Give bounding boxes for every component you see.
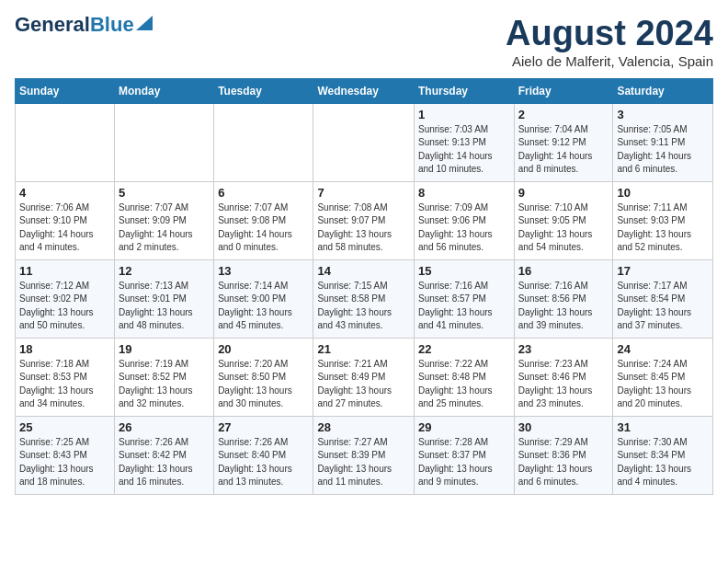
day-info: Sunrise: 7:19 AM Sunset: 8:52 PM Dayligh… [119, 358, 210, 411]
calendar-cell: 4Sunrise: 7:06 AM Sunset: 9:10 PM Daylig… [16, 181, 115, 259]
day-info: Sunrise: 7:20 AM Sunset: 8:50 PM Dayligh… [218, 358, 309, 411]
day-info: Sunrise: 7:27 AM Sunset: 8:39 PM Dayligh… [317, 436, 410, 489]
day-number: 29 [418, 420, 510, 434]
day-header-monday: Monday [115, 78, 214, 103]
day-info: Sunrise: 7:16 AM Sunset: 8:57 PM Dayligh… [418, 280, 510, 333]
day-number: 30 [518, 420, 609, 434]
calendar-cell: 18Sunrise: 7:18 AM Sunset: 8:53 PM Dayli… [16, 338, 115, 416]
calendar-cell: 25Sunrise: 7:25 AM Sunset: 8:43 PM Dayli… [16, 416, 115, 494]
day-header-row: SundayMondayTuesdayWednesdayThursdayFrid… [16, 78, 713, 103]
day-number: 20 [218, 342, 309, 356]
day-number: 2 [518, 108, 609, 121]
day-info: Sunrise: 7:26 AM Sunset: 8:42 PM Dayligh… [119, 436, 210, 489]
day-header-wednesday: Wednesday [313, 78, 415, 103]
day-info: Sunrise: 7:11 AM Sunset: 9:03 PM Dayligh… [617, 201, 709, 255]
calendar-cell: 3Sunrise: 7:05 AM Sunset: 9:11 PM Daylig… [613, 103, 713, 181]
day-info: Sunrise: 7:25 AM Sunset: 8:43 PM Dayligh… [19, 436, 110, 489]
day-info: Sunrise: 7:09 AM Sunset: 9:06 PM Dayligh… [418, 201, 510, 255]
day-number: 19 [119, 342, 210, 356]
day-number: 23 [518, 342, 609, 356]
day-number: 26 [119, 420, 210, 434]
day-number: 14 [317, 264, 410, 278]
calendar-cell: 1Sunrise: 7:03 AM Sunset: 9:13 PM Daylig… [414, 103, 514, 181]
calendar-cell: 16Sunrise: 7:16 AM Sunset: 8:56 PM Dayli… [514, 259, 613, 338]
day-number: 10 [617, 186, 709, 200]
calendar-cell: 22Sunrise: 7:22 AM Sunset: 8:48 PM Dayli… [414, 338, 514, 416]
month-year-title: August 2024 [506, 15, 713, 53]
logo-text: GeneralBlue [15, 15, 134, 35]
day-info: Sunrise: 7:03 AM Sunset: 9:13 PM Dayligh… [418, 123, 510, 177]
day-header-sunday: Sunday [16, 78, 115, 103]
day-info: Sunrise: 7:24 AM Sunset: 8:45 PM Dayligh… [617, 358, 709, 411]
day-info: Sunrise: 7:12 AM Sunset: 9:02 PM Dayligh… [19, 280, 110, 333]
page-header: GeneralBlue August 2024 Aielo de Malferi… [15, 15, 713, 69]
day-number: 7 [317, 186, 410, 200]
calendar-cell: 14Sunrise: 7:15 AM Sunset: 8:58 PM Dayli… [313, 259, 415, 338]
title-area: August 2024 Aielo de Malferit, Valencia,… [506, 15, 713, 69]
calendar-cell: 30Sunrise: 7:29 AM Sunset: 8:36 PM Dayli… [514, 416, 613, 494]
day-number: 17 [617, 264, 709, 278]
calendar-cell: 23Sunrise: 7:23 AM Sunset: 8:46 PM Dayli… [514, 338, 613, 416]
day-header-thursday: Thursday [414, 78, 514, 103]
day-info: Sunrise: 7:13 AM Sunset: 9:01 PM Dayligh… [119, 280, 210, 333]
week-row-2: 4Sunrise: 7:06 AM Sunset: 9:10 PM Daylig… [16, 181, 713, 259]
calendar-cell: 10Sunrise: 7:11 AM Sunset: 9:03 PM Dayli… [613, 181, 713, 259]
day-number: 8 [418, 186, 510, 200]
day-number: 24 [617, 342, 709, 356]
calendar-cell: 9Sunrise: 7:10 AM Sunset: 9:05 PM Daylig… [514, 181, 613, 259]
calendar-cell: 26Sunrise: 7:26 AM Sunset: 8:42 PM Dayli… [115, 416, 214, 494]
day-number: 28 [317, 420, 410, 434]
day-number: 25 [19, 420, 110, 434]
calendar-cell: 6Sunrise: 7:07 AM Sunset: 9:08 PM Daylig… [214, 181, 313, 259]
week-row-4: 18Sunrise: 7:18 AM Sunset: 8:53 PM Dayli… [16, 338, 713, 416]
day-info: Sunrise: 7:23 AM Sunset: 8:46 PM Dayligh… [518, 358, 609, 411]
calendar-cell: 11Sunrise: 7:12 AM Sunset: 9:02 PM Dayli… [16, 259, 115, 338]
day-info: Sunrise: 7:15 AM Sunset: 8:58 PM Dayligh… [317, 280, 410, 333]
day-info: Sunrise: 7:04 AM Sunset: 9:12 PM Dayligh… [518, 123, 609, 177]
calendar-cell: 31Sunrise: 7:30 AM Sunset: 8:34 PM Dayli… [613, 416, 713, 494]
day-info: Sunrise: 7:14 AM Sunset: 9:00 PM Dayligh… [218, 280, 309, 333]
day-number: 22 [418, 342, 510, 356]
day-number: 15 [418, 264, 510, 278]
week-row-3: 11Sunrise: 7:12 AM Sunset: 9:02 PM Dayli… [16, 259, 713, 338]
day-info: Sunrise: 7:16 AM Sunset: 8:56 PM Dayligh… [518, 280, 609, 333]
day-header-saturday: Saturday [613, 78, 713, 103]
day-info: Sunrise: 7:08 AM Sunset: 9:07 PM Dayligh… [317, 201, 410, 255]
day-number: 11 [19, 264, 110, 278]
calendar-table: SundayMondayTuesdayWednesdayThursdayFrid… [15, 78, 713, 495]
day-info: Sunrise: 7:18 AM Sunset: 8:53 PM Dayligh… [19, 358, 110, 411]
day-number: 9 [518, 186, 609, 200]
calendar-cell: 27Sunrise: 7:26 AM Sunset: 8:40 PM Dayli… [214, 416, 313, 494]
location-subtitle: Aielo de Malferit, Valencia, Spain [506, 53, 713, 69]
day-number: 1 [418, 108, 510, 121]
calendar-cell: 13Sunrise: 7:14 AM Sunset: 9:00 PM Dayli… [214, 259, 313, 338]
calendar-cell: 24Sunrise: 7:24 AM Sunset: 8:45 PM Dayli… [613, 338, 713, 416]
day-info: Sunrise: 7:26 AM Sunset: 8:40 PM Dayligh… [218, 436, 309, 489]
day-info: Sunrise: 7:22 AM Sunset: 8:48 PM Dayligh… [418, 358, 510, 411]
svg-marker-0 [136, 16, 153, 30]
day-number: 13 [218, 264, 309, 278]
calendar-cell [214, 103, 313, 181]
day-info: Sunrise: 7:07 AM Sunset: 9:08 PM Dayligh… [218, 201, 309, 255]
calendar-cell: 8Sunrise: 7:09 AM Sunset: 9:06 PM Daylig… [414, 181, 514, 259]
day-info: Sunrise: 7:10 AM Sunset: 9:05 PM Dayligh… [518, 201, 609, 255]
calendar-cell: 29Sunrise: 7:28 AM Sunset: 8:37 PM Dayli… [414, 416, 514, 494]
calendar-cell: 5Sunrise: 7:07 AM Sunset: 9:09 PM Daylig… [115, 181, 214, 259]
calendar-cell: 15Sunrise: 7:16 AM Sunset: 8:57 PM Dayli… [414, 259, 514, 338]
day-info: Sunrise: 7:05 AM Sunset: 9:11 PM Dayligh… [617, 123, 709, 177]
day-info: Sunrise: 7:21 AM Sunset: 8:49 PM Dayligh… [317, 358, 410, 411]
calendar-cell: 19Sunrise: 7:19 AM Sunset: 8:52 PM Dayli… [115, 338, 214, 416]
day-number: 16 [518, 264, 609, 278]
day-info: Sunrise: 7:17 AM Sunset: 8:54 PM Dayligh… [617, 280, 709, 333]
day-info: Sunrise: 7:30 AM Sunset: 8:34 PM Dayligh… [617, 436, 709, 489]
calendar-cell: 17Sunrise: 7:17 AM Sunset: 8:54 PM Dayli… [613, 259, 713, 338]
day-header-friday: Friday [514, 78, 613, 103]
calendar-cell [313, 103, 415, 181]
calendar-cell: 21Sunrise: 7:21 AM Sunset: 8:49 PM Dayli… [313, 338, 415, 416]
day-info: Sunrise: 7:07 AM Sunset: 9:09 PM Dayligh… [119, 201, 210, 255]
day-number: 18 [19, 342, 110, 356]
day-number: 27 [218, 420, 309, 434]
day-number: 5 [119, 186, 210, 200]
calendar-cell: 12Sunrise: 7:13 AM Sunset: 9:01 PM Dayli… [115, 259, 214, 338]
day-number: 31 [617, 420, 709, 434]
